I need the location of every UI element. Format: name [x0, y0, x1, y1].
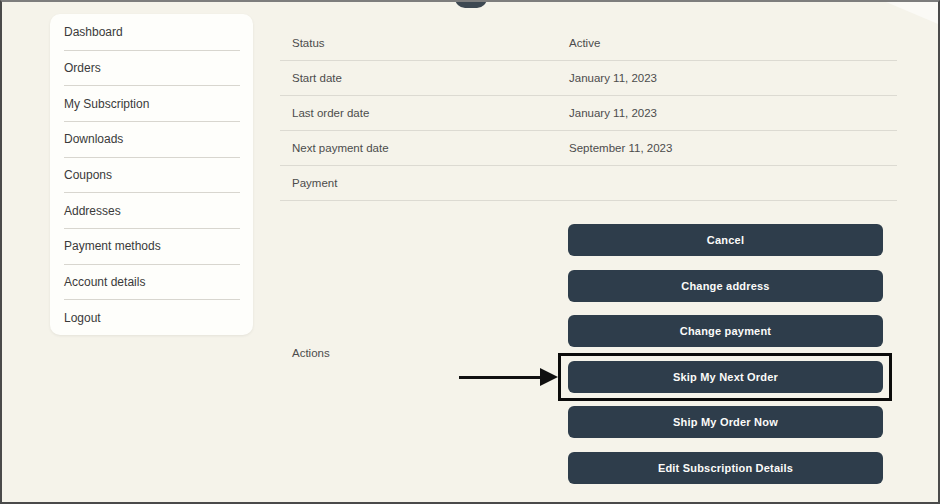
row-label: Last order date — [280, 107, 569, 119]
table-row-status: Status Active — [280, 26, 897, 61]
sidebar-item-payment-methods[interactable]: Payment methods — [64, 229, 240, 265]
table-row-last-order-date: Last order date January 11, 2023 — [280, 96, 897, 131]
cancel-button[interactable]: Cancel — [568, 224, 883, 256]
ship-order-now-button[interactable]: Ship My Order Now — [568, 406, 883, 438]
row-label: Next payment date — [280, 142, 569, 154]
table-row-payment: Payment — [280, 166, 897, 201]
table-row-start-date: Start date January 11, 2023 — [280, 61, 897, 96]
row-label: Start date — [280, 72, 569, 84]
annotation-arrow-icon — [540, 368, 558, 386]
sidebar-item-dashboard[interactable]: Dashboard — [64, 15, 240, 51]
status-value: Active — [569, 37, 897, 49]
last-order-date-value: January 11, 2023 — [569, 107, 897, 119]
actions-row-label: Actions — [292, 347, 330, 359]
page-corner-decoration — [886, 2, 938, 24]
sidebar-item-coupons[interactable]: Coupons — [64, 158, 240, 194]
skip-next-order-button[interactable]: Skip My Next Order — [568, 361, 883, 393]
account-sidebar: Dashboard Orders My Subscription Downloa… — [50, 14, 253, 335]
change-address-button[interactable]: Change address — [568, 270, 883, 302]
sidebar-item-addresses[interactable]: Addresses — [64, 193, 240, 229]
clipped-logo-arc — [455, 0, 487, 8]
table-row-next-payment-date: Next payment date September 11, 2023 — [280, 131, 897, 166]
row-label: Status — [280, 37, 569, 49]
annotation-arrow-line — [459, 376, 543, 379]
sidebar-item-logout[interactable]: Logout — [64, 300, 240, 335]
sidebar-item-downloads[interactable]: Downloads — [64, 122, 240, 158]
sidebar-item-account-details[interactable]: Account details — [64, 265, 240, 301]
edit-subscription-button[interactable]: Edit Subscription Details — [568, 452, 883, 484]
start-date-value: January 11, 2023 — [569, 72, 897, 84]
row-label: Payment — [280, 177, 569, 189]
subscription-details-table: Status Active Start date January 11, 202… — [280, 26, 897, 201]
sidebar-item-my-subscription[interactable]: My Subscription — [64, 86, 240, 122]
account-page: Dashboard Orders My Subscription Downloa… — [0, 0, 940, 504]
change-payment-button[interactable]: Change payment — [568, 315, 883, 347]
sidebar-item-orders[interactable]: Orders — [64, 51, 240, 87]
next-payment-date-value: September 11, 2023 — [569, 142, 897, 154]
